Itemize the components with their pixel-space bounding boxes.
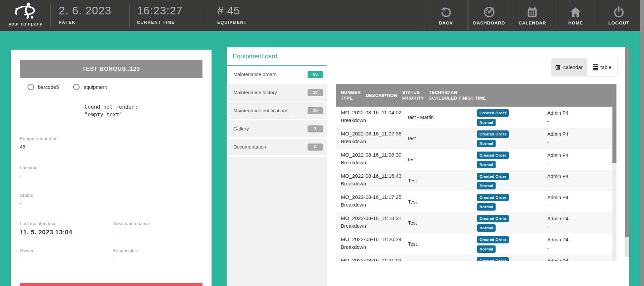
column-header[interactable]: STATUS PRIORITY xyxy=(397,84,424,107)
table-scrollbar[interactable] xyxy=(612,84,616,261)
cell-technician-finish: Admin P4 - xyxy=(542,212,612,233)
cell-number-type: MO_2022-08-16_11:08:30 Breakdown xyxy=(336,149,403,170)
table-row[interactable]: MO_2022-08-16_11:17:25 Breakdown Test Cr… xyxy=(336,191,612,212)
menu-item[interactable]: Maintenance orders 66 xyxy=(227,66,327,84)
home-label: HOME xyxy=(568,20,583,25)
order-description: Test xyxy=(408,178,417,183)
column-header-line1: NUMBER xyxy=(341,90,361,95)
company-logo[interactable]: your company xyxy=(3,1,48,31)
logo-figure-icon xyxy=(11,1,40,21)
cell-technician-finish: Admin P4 - xyxy=(542,128,612,149)
browser-scrollbar[interactable] xyxy=(640,0,644,286)
header-separator xyxy=(129,4,130,27)
priority-badge: Normal xyxy=(477,245,496,253)
status-badge: Created Order xyxy=(477,130,509,138)
back-icon xyxy=(440,6,452,18)
cell-status-priority: Created Order Normal xyxy=(472,191,542,212)
menu-count-badge: 66 xyxy=(308,71,323,78)
panel-scrollbar-thumb[interactable] xyxy=(625,47,629,237)
menu-item[interactable]: Gallery 1 xyxy=(227,120,327,138)
order-type: Breakdown xyxy=(341,160,403,165)
cell-technician-finish: Admin P4 - xyxy=(542,191,612,212)
cell-status-priority: Created Order Normal xyxy=(472,107,542,128)
order-description: test xyxy=(408,157,416,162)
table-scrollbar-thumb[interactable] xyxy=(612,84,616,163)
table-row[interactable]: MO_2022-08-16_11:18:21 Breakdown Test Cr… xyxy=(336,212,612,233)
order-description: Test xyxy=(408,220,417,226)
cell-number-type: MO_2022-08-16_11:07:36 Breakdown xyxy=(336,128,403,149)
table-row[interactable]: MO_2022-08-16_11:20:24 Breakdown Test Cr… xyxy=(336,233,612,254)
cell-description: test - Martin xyxy=(403,107,472,128)
cell-status-priority: Created Order Normal xyxy=(472,233,542,254)
table-list-icon xyxy=(593,64,598,71)
menu-item[interactable]: Documentation 0 xyxy=(227,138,327,157)
calendar-button[interactable]: CALENDAR xyxy=(511,0,554,31)
home-button[interactable]: HOME xyxy=(554,0,597,31)
field-status: Status - xyxy=(20,193,107,206)
table-row[interactable]: MO_2022-08-16_11:07:36 Breakdown test Cr… xyxy=(336,128,612,149)
logout-button[interactable]: LOGOUT xyxy=(597,0,640,31)
order-number: MO_2022-08-16_11:21:02 xyxy=(341,258,403,261)
radio-label: barcode5 xyxy=(38,84,59,90)
cell-technician-finish: Admin P4 - xyxy=(542,149,612,170)
radio-circle[interactable] xyxy=(73,84,80,90)
radio-circle[interactable] xyxy=(28,84,34,90)
field-label: Location xyxy=(20,165,107,170)
field-value: 45 xyxy=(20,144,107,150)
order-type: Breakdown xyxy=(341,244,403,250)
dashboard-icon xyxy=(483,6,495,18)
technician-name: Admin P4 xyxy=(547,216,612,221)
cell-status-priority: Created Order Normal xyxy=(472,212,542,233)
cell-technician-finish: Admin P4 - xyxy=(542,107,612,128)
orders-table-body: MO_2022-08-16_11:04:02 Breakdown test - … xyxy=(336,107,612,261)
priority-badge: Normal xyxy=(477,161,496,168)
column-header-line1: TECHNICIAN xyxy=(429,90,486,95)
order-type: Breakdown xyxy=(341,223,403,229)
priority-badge: Normal xyxy=(477,203,496,211)
current-date: 2. 6. 2023 xyxy=(59,4,111,17)
render-error-line2: "empty text" xyxy=(85,111,138,119)
column-header[interactable]: NUMBER TYPE xyxy=(336,84,361,107)
technician-name: Admin P4 xyxy=(547,237,612,242)
status-badge: Created Order xyxy=(477,152,509,159)
logo-text: your company xyxy=(3,21,48,26)
cell-description: Test xyxy=(403,170,472,191)
radio-option[interactable]: equipment xyxy=(73,84,107,90)
cell-number-type: MO_2022-08-16_11:16:43 Breakdown xyxy=(336,170,403,191)
menu-item[interactable]: Maintenance history 10 xyxy=(227,84,327,102)
cell-number-type: MO_2022-08-16_11:17:25 Breakdown xyxy=(336,191,403,212)
calendar-view-button[interactable]: calendar xyxy=(551,58,587,76)
table-row[interactable]: MO_2022-08-16_11:16:43 Breakdown Test Cr… xyxy=(336,170,612,191)
table-row[interactable]: MO_2022-08-16_11:21:02 Breakdown Test Cr… xyxy=(336,254,612,261)
table-view-button[interactable]: table xyxy=(587,58,617,76)
cell-number-type: MO_2022-08-16_11:04:02 Breakdown xyxy=(336,107,403,128)
table-row[interactable]: MO_2022-08-16_11:04:02 Breakdown test - … xyxy=(336,107,612,128)
dashboard-button[interactable]: DASHBOARD xyxy=(467,0,511,31)
technician-name: Admin P4 xyxy=(547,131,612,137)
order-type: Breakdown xyxy=(341,138,403,144)
header-nav: BACK DASHBOARD xyxy=(424,0,640,31)
menu-item-label: Gallery xyxy=(233,120,249,137)
field-next-maintenance: Next maintenance - xyxy=(112,221,200,234)
column-header-line2: SCHEDULED FINISH TIME xyxy=(429,95,486,101)
back-button[interactable]: BACK xyxy=(424,0,467,31)
field-responsible: Responsible - xyxy=(112,248,200,262)
table-row[interactable]: MO_2022-08-16_11:08:30 Breakdown test Cr… xyxy=(336,149,612,170)
radio-option[interactable]: barcode5 xyxy=(28,84,59,90)
order-type: Breakdown xyxy=(341,202,403,208)
orders-table-header: NUMBER TYPE DESCRIPTION STATUS PRIORITY xyxy=(336,84,612,107)
scheduled-finish-time: - xyxy=(547,224,612,230)
alert-bar[interactable] xyxy=(20,283,202,286)
label-type-radio-group: barcode5 equipment xyxy=(28,84,107,90)
panel-scrollbar[interactable] xyxy=(625,47,629,257)
priority-badge: Normal xyxy=(477,182,496,189)
maintenance-orders-panel: calendar table NUMBER TYPE DESCRIPTION xyxy=(327,47,629,286)
column-header[interactable]: DESCRIPTION xyxy=(361,84,397,107)
field-value: - xyxy=(20,201,107,206)
priority-badge: Normal xyxy=(477,140,496,147)
menu-item[interactable]: Maintenance notifications 20 xyxy=(227,102,327,120)
column-header[interactable]: TECHNICIAN SCHEDULED FINISH TIME xyxy=(424,84,486,107)
cell-description: Test xyxy=(403,233,472,254)
equipment-card-menu: Equipment card Maintenance orders 66 Mai… xyxy=(227,47,327,286)
render-error-message: Cound not render: "empty text" xyxy=(11,103,212,119)
